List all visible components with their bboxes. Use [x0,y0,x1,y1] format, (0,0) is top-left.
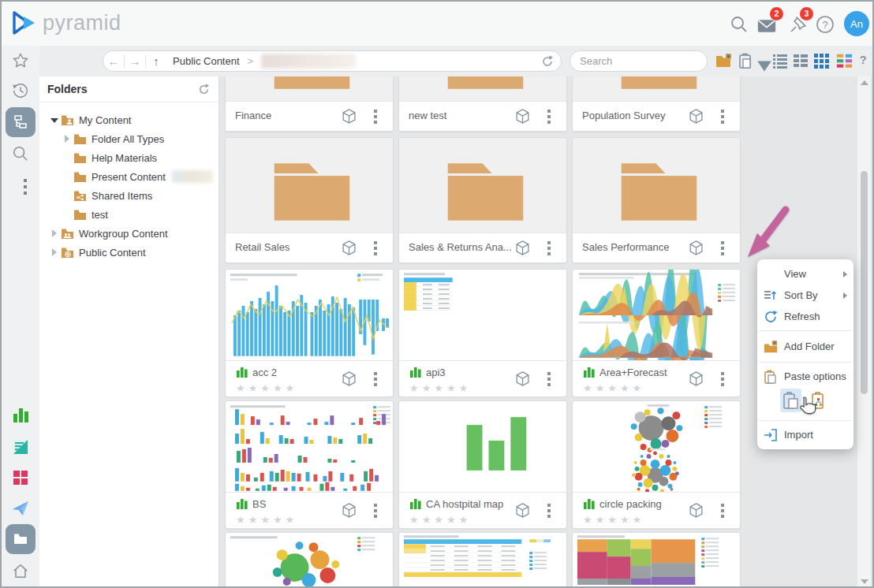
up-button[interactable]: ↑ [146,54,166,68]
favorites-icon[interactable] [12,52,29,69]
data-model-icon[interactable] [514,240,531,256]
data-model-icon[interactable] [688,370,704,387]
menu-item-sort-by[interactable]: Sort By [757,285,853,306]
content-tile-api3[interactable]: api3 ★★★★★ [398,269,567,396]
grid-view-icon[interactable] [812,52,830,69]
tile-menu-icon[interactable] [721,504,724,520]
rating-stars[interactable]: ★★★★★ [236,514,297,526]
folder-tile-population-survey[interactable]: Population Survey [572,76,741,132]
menu-item-import[interactable]: Import [757,424,853,445]
present-module-icon[interactable] [12,438,29,456]
back-button[interactable]: ← [103,54,124,68]
content-manager-selected[interactable] [6,524,35,554]
content-tile-circle-packing[interactable]: circle packing ★★★★★ [572,400,741,528]
publish-module-icon[interactable] [12,500,29,517]
folder-tile-sales-returns[interactable]: Sales & Returns Ana... [398,137,567,263]
tile-menu-icon[interactable] [547,110,551,126]
tile-menu-icon[interactable] [374,372,377,389]
scrollbar-thumb[interactable] [861,171,868,394]
content-tile-partial-1[interactable] [225,532,394,588]
tree-item-help-materials[interactable]: Help Materials [39,148,218,167]
tree-item-my-content[interactable]: My Content [39,110,218,129]
content-tile-ca-hospital-map[interactable]: CA hostpital map ★★★★★ [398,400,567,528]
chart-thumbnail [226,401,393,493]
vertical-scrollbar[interactable] [857,76,871,588]
add-folder-icon[interactable] [715,52,732,69]
rating-stars[interactable]: ★★★★★ [409,514,471,526]
global-search-icon[interactable] [730,15,749,34]
more-options-icon[interactable] [17,178,34,195]
home-icon[interactable] [12,563,29,580]
rail-search-icon[interactable] [12,145,29,162]
tile-menu-icon[interactable] [547,372,551,389]
folder-tile-new-test[interactable]: new test [398,76,567,132]
tree-item-test[interactable]: test [39,205,218,224]
breadcrumb-refresh-icon[interactable] [540,54,555,69]
tree-item-folder-all-types[interactable]: Folder All Types [39,129,218,148]
data-model-icon[interactable] [688,108,704,125]
paste-icon[interactable] [737,52,754,69]
menu-item-refresh[interactable]: Refresh [757,306,853,327]
tile-menu-icon[interactable] [374,504,377,520]
tree-item-workgroup-content[interactable]: Workgroup Content [39,224,218,243]
tile-menu-icon[interactable] [374,241,377,258]
tile-menu-icon[interactable] [721,372,724,389]
content-tile-area-forecast[interactable]: Area+Forecast ★★★★★ [572,269,741,396]
forward-button[interactable]: → [125,54,145,68]
data-model-icon[interactable] [341,370,357,387]
folder-tile-finance[interactable]: Finance [225,76,394,132]
scroll-up-arrow-icon[interactable] [861,80,868,85]
folder-tile-sales-performance[interactable]: Sales Performance [572,137,741,263]
help-icon[interactable]: ? [816,15,835,34]
search-input[interactable] [578,54,720,68]
tile-menu-icon[interactable] [721,241,724,258]
content-tree-selected[interactable] [6,107,35,137]
tree-item-public-content[interactable]: Public Content [39,243,218,262]
data-model-icon[interactable] [514,502,531,519]
content-tile-bs[interactable]: BS ★★★★★ [225,400,394,528]
tile-menu-icon[interactable] [547,241,551,258]
tile-name: Sales & Returns Ana... [409,241,512,253]
folders-refresh-icon[interactable] [197,83,211,96]
tree-item-present-content[interactable]: Present Content [39,167,218,186]
data-model-icon[interactable] [688,240,704,256]
collapse-arrow-icon[interactable] [50,229,58,237]
illustrate-module-icon[interactable] [12,469,29,486]
data-model-icon[interactable] [341,240,357,256]
content-tile-partial-2[interactable] [398,532,567,588]
list-view-icon[interactable] [771,52,789,69]
menu-item-view[interactable]: View [757,263,853,285]
collapse-arrow-icon[interactable] [50,248,58,256]
rating-stars[interactable]: ★★★★★ [583,382,644,394]
data-model-icon[interactable] [514,108,531,125]
content-tile-acc2[interactable]: acc 2 ★★★★★ [225,269,394,396]
rating-stars[interactable]: ★★★★★ [583,514,644,526]
paste-dropdown-caret[interactable] [756,58,773,75]
tile-menu-icon[interactable] [547,504,551,520]
expand-arrow-icon[interactable] [50,116,58,124]
tile-menu-icon[interactable] [374,110,377,126]
tree-item-shared-items[interactable]: Shared Items [39,186,218,205]
breadcrumb-root[interactable]: Public Content [173,55,240,67]
table-thumbnail [399,270,566,361]
folder-icon [73,171,87,183]
data-model-icon[interactable] [341,502,357,519]
rating-stars[interactable]: ★★★★★ [236,382,297,394]
history-icon[interactable] [12,82,29,99]
content-tile-partial-3[interactable] [572,532,741,588]
scroll-down-arrow-icon[interactable] [861,579,868,584]
menu-item-paste-options[interactable]: Paste options [757,366,853,387]
data-model-icon[interactable] [688,502,704,519]
tile-menu-icon[interactable] [721,110,724,126]
menu-item-add-folder[interactable]: Add Folder [757,334,853,359]
folder-tile-retail-sales[interactable]: Retail Sales [225,137,394,263]
user-avatar[interactable]: An [844,11,869,36]
detail-view-icon[interactable] [792,52,809,69]
toolbar-help-icon[interactable]: ? [860,54,867,66]
card-view-icon[interactable] [836,52,853,69]
rating-stars[interactable]: ★★★★★ [409,382,471,394]
data-model-icon[interactable] [514,370,531,387]
analytics-module-icon[interactable] [12,407,29,424]
collapse-arrow-icon[interactable] [63,135,71,143]
data-model-icon[interactable] [341,108,357,125]
